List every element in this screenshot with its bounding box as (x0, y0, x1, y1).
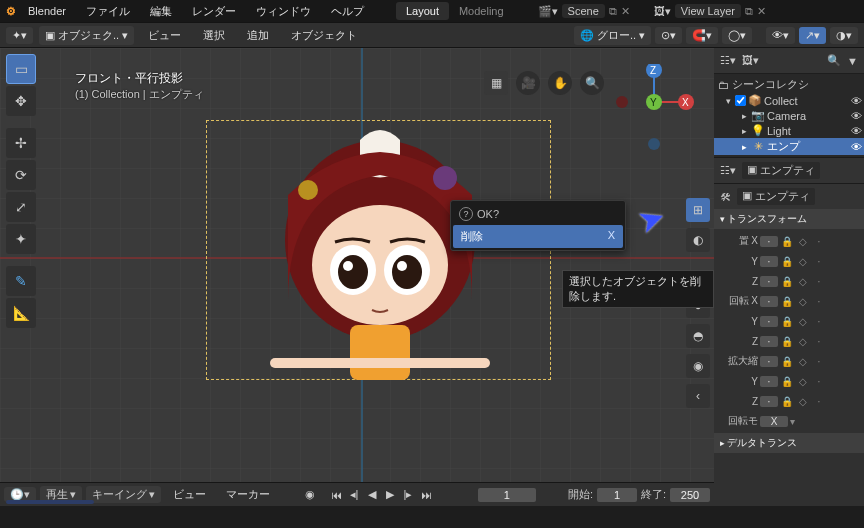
outliner-light[interactable]: ▸💡 Light 👁 (714, 123, 864, 138)
scale-x-row[interactable]: 拡大縮·🔒◇· (718, 351, 864, 371)
menu-edit[interactable]: 編集 (142, 4, 180, 19)
timeline-marker[interactable]: マーカー (218, 487, 278, 502)
menu-file[interactable]: ファイル (78, 4, 138, 19)
outliner-search-icon[interactable]: 🔍 (827, 54, 841, 67)
outliner-empty[interactable]: ▸✳ エンプ 👁 (714, 138, 864, 155)
hdr-add[interactable]: 追加 (239, 28, 277, 43)
svg-text:Z: Z (650, 65, 656, 76)
visibility-icon[interactable]: 👁▾ (766, 27, 795, 44)
pivot-icon[interactable]: ⊙▾ (655, 27, 682, 44)
location-y-row[interactable]: Y·🔒◇· (718, 251, 864, 271)
outliner-scene-collection[interactable]: 🗀 シーンコレクシ (714, 76, 864, 93)
tool-move[interactable]: ✢ (6, 128, 36, 158)
end-frame[interactable]: 250 (670, 488, 710, 502)
delta-transform-title[interactable]: ▸デルタトランス (714, 433, 864, 453)
properties-header-2: 🛠 ▣ エンプティ (714, 183, 864, 209)
properties-editor-icon[interactable]: ☷▾ (720, 164, 736, 177)
workspace-tab-layout[interactable]: Layout (396, 2, 449, 20)
tool-rotate[interactable]: ⟳ (6, 160, 36, 190)
jump-start-icon[interactable]: ⏮ (328, 487, 344, 503)
tool-annotate[interactable]: ✎ (6, 266, 36, 296)
menu-render[interactable]: レンダー (184, 4, 244, 19)
outliner-item-label: Camera (767, 110, 806, 122)
outliner-filter-funnel-icon[interactable]: ▼ (847, 55, 858, 67)
menu-window[interactable]: ウィンドウ (248, 4, 319, 19)
editor-type-icon[interactable]: ✦▾ (6, 27, 33, 44)
view-subtitle: (1) Collection | エンプティ (75, 87, 204, 102)
view-zoom-icon[interactable]: 🔍 (580, 71, 604, 95)
tool-transform[interactable]: ✦ (6, 224, 36, 254)
workspace-tab-modeling[interactable]: Modeling (449, 2, 514, 20)
3d-viewport[interactable]: ▭ ✥ ✢ ⟳ ⤢ ✦ ✎ 📐 フロント・平行投影 (1) Collection… (0, 48, 714, 506)
app-name[interactable]: Blender (20, 5, 74, 17)
transform-panel-title[interactable]: ▾トランスフォーム (714, 209, 864, 229)
popup-delete-action[interactable]: 削除 X (453, 225, 623, 248)
rotation-y-row[interactable]: Y·🔒◇· (718, 311, 864, 331)
play-forward-icon[interactable]: ▶ (382, 487, 398, 503)
gizmo-toggle-icon[interactable]: ↗▾ (799, 27, 826, 44)
autokey-icon[interactable]: ◉ (302, 487, 318, 503)
eye-icon[interactable]: 👁 (851, 110, 862, 122)
hdr-object[interactable]: オブジェクト (283, 28, 365, 43)
navigation-gizmo[interactable]: Y X Z (614, 64, 694, 184)
timeline-scrollbar[interactable] (6, 500, 94, 504)
orientation-drop[interactable]: 🌐グロー..▾ (574, 26, 651, 45)
collection-checkbox[interactable] (735, 95, 746, 106)
side-render-icon[interactable]: ◉ (686, 354, 710, 378)
snap-icon[interactable]: 🧲▾ (686, 27, 718, 44)
scale-z-row[interactable]: Z·🔒◇· (718, 391, 864, 411)
outliner-camera[interactable]: ▸📷 Camera 👁 (714, 108, 864, 123)
scale-y-row[interactable]: Y·🔒◇· (718, 371, 864, 391)
keyframe-prev-icon[interactable]: ◂| (346, 487, 362, 503)
anim-icon[interactable]: ◇ (796, 236, 810, 247)
play-reverse-icon[interactable]: ◀ (364, 487, 380, 503)
start-frame[interactable]: 1 (597, 488, 637, 502)
location-x-row[interactable]: 置 X·🔒◇· (718, 231, 864, 251)
keyframe-next-icon[interactable]: |▸ (400, 487, 416, 503)
camera-icon: 📷 (751, 109, 765, 122)
outliner[interactable]: 🗀 シーンコレクシ ▾ 📦 Collect 👁 ▸📷 Camera 👁 ▸💡 L… (714, 74, 864, 157)
side-preview-icon[interactable]: ◓ (686, 324, 710, 348)
scene-selector[interactable]: 🎬▾ Scene ⧉ ✕ (538, 4, 630, 18)
viewlayer-delete-icon[interactable]: ✕ (757, 5, 766, 18)
tool-select-box[interactable]: ▭ (6, 54, 36, 84)
side-collapse-icon[interactable]: ‹ (686, 384, 710, 408)
properties-tool-icon[interactable]: 🛠 (720, 191, 731, 203)
view-pan-icon[interactable]: ✋ (548, 71, 572, 95)
timeline-view[interactable]: ビュー (165, 487, 214, 502)
view-camera-icon[interactable]: 🎥 (516, 71, 540, 95)
eye-icon[interactable]: 👁 (851, 125, 862, 137)
view-grid-icon[interactable]: ▦ (484, 71, 508, 95)
outliner-collection[interactable]: ▾ 📦 Collect 👁 (714, 93, 864, 108)
eye-icon[interactable]: 👁 (851, 95, 862, 107)
outliner-editor-icon[interactable]: ☷▾ (720, 54, 736, 67)
side-xray-icon[interactable]: ◐ (686, 228, 710, 252)
overlay-toggle-icon[interactable]: ◑▾ (830, 27, 858, 44)
rotation-x-row[interactable]: 回転 X·🔒◇· (718, 291, 864, 311)
hdr-view[interactable]: ビュー (140, 28, 189, 43)
timeline-keying-menu[interactable]: キーイング▾ (86, 486, 161, 503)
current-frame[interactable]: 1 (478, 488, 536, 502)
mode-selector[interactable]: ▣ オブジェク..▾ (39, 26, 134, 45)
scene-new-icon[interactable]: ⧉ (609, 5, 617, 18)
rotation-z-row[interactable]: Z·🔒◇· (718, 331, 864, 351)
scene-delete-icon[interactable]: ✕ (621, 5, 630, 18)
location-z-row[interactable]: Z·🔒◇· (718, 271, 864, 291)
right-column: ☷▾ 🖼▾ 🔍 ▼ 🗀 シーンコレクシ ▾ 📦 Collect 👁 ▸📷 Cam… (714, 48, 864, 506)
proportional-edit-icon[interactable]: ◯▾ (722, 27, 752, 44)
viewlayer-new-icon[interactable]: ⧉ (745, 5, 753, 18)
lock-icon[interactable]: 🔒 (780, 236, 794, 247)
hdr-select[interactable]: 選択 (195, 28, 233, 43)
jump-end-icon[interactable]: ⏭ (418, 487, 434, 503)
eye-icon[interactable]: 👁 (851, 141, 862, 153)
tool-scale[interactable]: ⤢ (6, 192, 36, 222)
rotation-mode-row[interactable]: 回転モX▾ (718, 411, 864, 431)
properties-context-2[interactable]: ▣ エンプティ (737, 188, 815, 205)
viewlayer-selector[interactable]: 🖼▾ View Layer ⧉ ✕ (654, 4, 766, 18)
tool-cursor[interactable]: ✥ (6, 86, 36, 116)
menu-help[interactable]: ヘルプ (323, 4, 372, 19)
side-wireframe-icon[interactable]: ⊞ (686, 198, 710, 222)
tool-measure[interactable]: 📐 (6, 298, 36, 328)
properties-context-1[interactable]: ▣ エンプティ (742, 162, 820, 179)
outliner-filter-icon[interactable]: 🖼▾ (742, 54, 759, 67)
